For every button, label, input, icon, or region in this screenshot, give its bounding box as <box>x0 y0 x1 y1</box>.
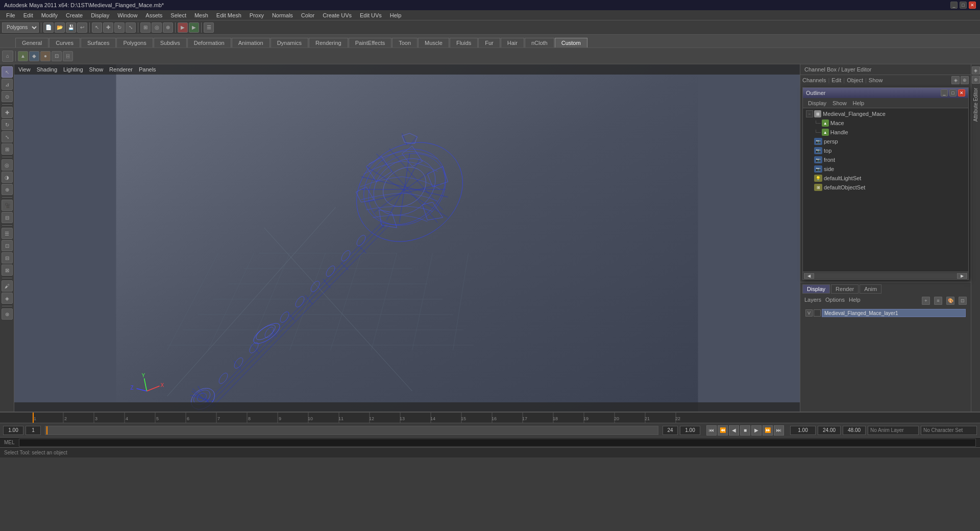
outliner-item-handle[interactable]: └─ ▲ Handle <box>804 128 967 137</box>
mel-input[interactable] <box>19 439 976 447</box>
new-scene-icon[interactable]: 📄 <box>43 22 54 33</box>
outliner-item-lightset[interactable]: 💡 defaultLightSet <box>804 174 967 183</box>
le-toolbar-btn-2[interactable]: ≡ <box>934 297 942 305</box>
shelf-tab-subdivs[interactable]: Subdivs <box>154 38 187 47</box>
menu-window[interactable]: Window <box>113 11 141 19</box>
outliner-menu-display[interactable]: Display <box>805 100 829 106</box>
snap-camera-btn[interactable]: 🎥 <box>2 200 13 211</box>
step-back-btn[interactable]: ⏪ <box>718 425 728 436</box>
shelf-icon-4[interactable]: ⊡ <box>52 51 62 61</box>
ruler-marks-container[interactable]: 1 1 2 3 4 5 6 7 8 <box>33 413 978 423</box>
viewport[interactable]: View Shading Lighting Show Renderer Pane… <box>14 64 800 412</box>
select-tool-icon[interactable]: ↖ <box>92 22 102 33</box>
current-frame-field[interactable] <box>790 426 816 435</box>
shelf-tab-toon[interactable]: Toon <box>392 38 418 47</box>
shelf-tab-polygons[interactable]: Polygons <box>116 38 153 47</box>
menu-create[interactable]: Create <box>62 11 87 19</box>
play-fwd-btn[interactable]: ▶ <box>751 425 762 436</box>
le-toolbar-btn-3[interactable]: 🎨 <box>946 297 954 305</box>
step-fwd-btn[interactable]: ⏩ <box>763 425 773 436</box>
outliner-scrollbar-h[interactable]: ◀ ▶ <box>803 272 968 279</box>
outliner-item-side[interactable]: 📷 side <box>804 164 967 174</box>
start-frame-field[interactable] <box>3 426 23 435</box>
cb-menu-edit[interactable]: Edit <box>831 77 841 83</box>
expand-icon[interactable]: − <box>806 110 813 117</box>
shelf-tab-fluids[interactable]: Fluids <box>450 38 478 47</box>
vp-menu-shading[interactable]: Shading <box>37 66 57 73</box>
shelf-tab-hair[interactable]: Hair <box>501 38 524 47</box>
outliner-menu-help[interactable]: Help <box>850 100 868 106</box>
close-button[interactable]: ✕ <box>969 2 976 9</box>
shelf-tab-dynamics[interactable]: Dynamics <box>271 38 308 47</box>
shelf-icon-2[interactable]: ◆ <box>29 51 39 61</box>
menu-select[interactable]: Select <box>166 11 190 19</box>
menu-help[interactable]: Help <box>386 11 406 19</box>
menu-file[interactable]: File <box>2 11 19 19</box>
lasso-tool-btn[interactable]: ⊿ <box>2 79 13 90</box>
vp-menu-renderer[interactable]: Renderer <box>109 66 133 73</box>
vp-menu-show[interactable]: Show <box>89 66 104 73</box>
cb-menu-channels[interactable]: Channels <box>802 77 826 83</box>
character-set-selector[interactable]: No Character Set <box>921 426 977 435</box>
scroll-right-btn[interactable]: ▶ <box>957 273 967 279</box>
save-scene-icon[interactable]: 💾 <box>66 22 76 33</box>
scale-tool-icon[interactable]: ⤡ <box>126 22 136 33</box>
layer-tab-anim[interactable]: Anim <box>860 284 881 294</box>
cb-menu-object[interactable]: Object <box>847 77 863 83</box>
move-tool-icon[interactable]: ✚ <box>103 22 113 33</box>
blend-btn[interactable]: ◈ <box>2 293 13 304</box>
range-end-field[interactable] <box>663 426 678 435</box>
playback-start-field[interactable] <box>818 426 841 435</box>
cb-menu-show[interactable]: Show <box>869 77 883 83</box>
outliner-minimize-btn[interactable]: _ <box>941 89 948 96</box>
show-grid-btn[interactable]: ⊟ <box>2 212 13 223</box>
le-menu-help[interactable]: Help <box>849 297 861 305</box>
minimize-button[interactable]: _ <box>950 2 958 9</box>
menu-proxy[interactable]: Proxy <box>246 11 268 19</box>
outliner-maximize-btn[interactable]: □ <box>949 89 957 96</box>
shelf-home-icon[interactable]: ⌂ <box>2 51 13 62</box>
layer-tab-display[interactable]: Display <box>802 284 830 294</box>
show-manip-btn[interactable]: ⊕ <box>2 184 13 195</box>
go-to-end-btn[interactable]: ⏭ <box>774 425 784 436</box>
layer-tab-render[interactable]: Render <box>831 284 859 294</box>
layer-name-bar-1[interactable]: Medieval_Flanged_Mace_layer1 <box>822 309 966 317</box>
le-menu-options[interactable]: Options <box>825 297 845 305</box>
le-toolbar-btn-4[interactable]: ⊡ <box>959 297 967 305</box>
open-scene-icon[interactable]: 📂 <box>55 22 65 33</box>
rotate-btn[interactable]: ↻ <box>2 119 13 130</box>
shelf-tab-fur[interactable]: Fur <box>478 38 500 47</box>
layer2-btn[interactable]: ⊡ <box>2 240 13 251</box>
playback-end-field[interactable] <box>843 426 866 435</box>
menu-display[interactable]: Display <box>87 11 113 19</box>
shelf-tab-curves[interactable]: Curves <box>49 38 80 47</box>
show-ui-icon[interactable]: ☰ <box>204 22 214 33</box>
shelf-tab-custom[interactable]: Custom <box>555 38 587 47</box>
scroll-track-h[interactable] <box>814 273 957 279</box>
vp-menu-lighting[interactable]: Lighting <box>63 66 83 73</box>
shelf-tab-surfaces[interactable]: Surfaces <box>81 38 116 47</box>
outliner-item-top[interactable]: 📷 top <box>804 146 967 155</box>
shelf-tab-general[interactable]: General <box>15 38 48 47</box>
le-menu-layers[interactable]: Layers <box>804 297 821 305</box>
soft-mod-btn[interactable]: ◎ <box>2 159 13 171</box>
menu-edit[interactable]: Edit <box>19 11 37 19</box>
timeline-ruler[interactable]: 1 1 2 3 4 5 6 7 8 <box>0 413 980 423</box>
paint-select-btn[interactable]: ⊙ <box>2 91 13 102</box>
snap-grid-icon[interactable]: ⊞ <box>140 22 151 33</box>
shelf-tab-rendering[interactable]: Rendering <box>309 38 348 47</box>
layer-btn[interactable]: ☰ <box>2 228 13 239</box>
maximize-button[interactable]: □ <box>960 2 967 9</box>
shelf-tab-muscle[interactable]: Muscle <box>418 38 449 47</box>
snap-curve-icon[interactable]: ◎ <box>152 22 162 33</box>
playback-range[interactable] <box>45 426 658 435</box>
outliner-item-mace-group[interactable]: − ⊞ Medieval_Flanged_Mace <box>804 109 967 118</box>
anim-layer-selector[interactable]: No Anim Layer <box>868 426 919 435</box>
shelf-tab-deformation[interactable]: Deformation <box>187 38 231 47</box>
go-to-start-btn[interactable]: ⏮ <box>706 425 717 436</box>
stop-btn[interactable]: ■ <box>740 425 750 436</box>
universal-manip-btn[interactable]: ⊞ <box>2 143 13 155</box>
layer-freeze-btn-1[interactable] <box>814 309 821 317</box>
render-icon[interactable]: ▶ <box>178 22 188 33</box>
rotate-tool-icon[interactable]: ↻ <box>114 22 125 33</box>
